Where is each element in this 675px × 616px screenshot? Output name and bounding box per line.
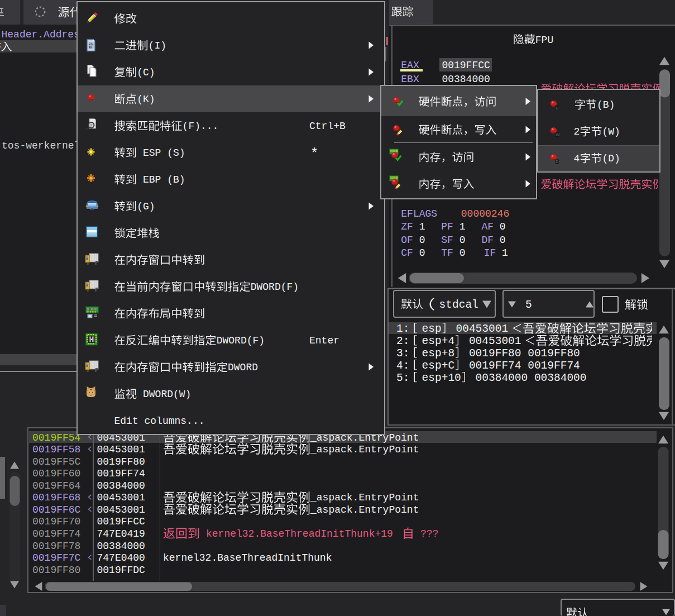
svg-text:2: 2 <box>574 126 580 137</box>
svg-text:ESP: ESP <box>143 147 161 159</box>
svg-text:747E0400: 747E0400 <box>97 552 145 564</box>
svg-text:DWORD(W): DWORD(W) <box>143 389 191 400</box>
svg-text:0019FF58: 0019FF58 <box>32 444 80 455</box>
svg-text:tos-werkernel: tos-werkernel <box>2 140 80 151</box>
svg-text:(C): (C) <box>137 67 155 78</box>
svg-text:0: 0 <box>500 221 506 232</box>
svg-text:0: 0 <box>459 247 466 259</box>
svg-text:00453001: 00453001 <box>97 444 145 455</box>
svg-text:1:: 1: <box>396 323 409 335</box>
svg-text:3:: 3: <box>396 347 409 360</box>
svg-text:EFLAGS: EFLAGS <box>401 208 437 219</box>
svg-text:Ctrl+B: Ctrl+B <box>309 121 346 132</box>
svg-text:(S): (S) <box>167 147 185 159</box>
svg-text:0019FFCC: 0019FFCC <box>442 60 490 71</box>
svg-text:0019FF78: 0019FF78 <box>32 541 80 552</box>
svg-text:0019FF68: 0019FF68 <box>32 492 80 503</box>
svg-text:0019FF5C: 0019FF5C <box>32 456 81 467</box>
svg-text:(B): (B) <box>167 174 185 185</box>
svg-text:_aspack.EntryPoint: _aspack.EntryPoint <box>310 444 419 455</box>
svg-text:4: 4 <box>574 153 580 164</box>
svg-text:0: 0 <box>419 235 425 246</box>
svg-text:???: ??? <box>420 528 438 539</box>
svg-text:0: 0 <box>419 247 425 259</box>
svg-text:_aspack.EntryPoint: _aspack.EntryPoint <box>310 492 419 503</box>
svg-text:0019FF64: 0019FF64 <box>32 480 80 491</box>
svg-text:esp: esp <box>422 323 442 335</box>
svg-text:(D): (D) <box>602 153 620 164</box>
svg-text:00453001: 00453001 <box>456 323 509 335</box>
svg-text:Edit columns...: Edit columns... <box>114 416 205 427</box>
svg-text:0019FF80: 0019FF80 <box>528 347 580 360</box>
svg-text:(W): (W) <box>602 126 620 137</box>
svg-text:0019FF7C: 0019FF7C <box>32 552 81 564</box>
svg-text:00384000: 00384000 <box>534 372 587 384</box>
svg-text:DWORD(F): DWORD(F) <box>251 281 299 293</box>
svg-text:0: 0 <box>459 235 466 246</box>
svg-text:0019FF54: 0019FF54 <box>32 432 80 443</box>
svg-text:IF: IF <box>484 247 496 259</box>
svg-text:PF: PF <box>441 221 453 232</box>
svg-text:OF: OF <box>401 235 413 246</box>
svg-text:1: 1 <box>459 221 466 232</box>
svg-text:esp+8: esp+8 <box>422 347 455 360</box>
svg-text:FPU: FPU <box>535 35 553 46</box>
svg-text:esp+10: esp+10 <box>422 372 461 384</box>
svg-text:kernel32.BaseThreadInitThunk: kernel32.BaseThreadInitThunk <box>163 552 332 564</box>
svg-text:5: 5 <box>525 299 532 311</box>
svg-text:_aspack.EntryPoint: _aspack.EntryPoint <box>310 432 419 443</box>
svg-text:00384000: 00384000 <box>476 372 528 384</box>
svg-text:0019FF74: 0019FF74 <box>32 528 80 539</box>
svg-text:*: * <box>310 146 318 161</box>
svg-text:CF: CF <box>401 247 413 259</box>
svg-text:EBX: EBX <box>401 74 419 85</box>
svg-text:DF: DF <box>481 235 494 246</box>
svg-text:EAX: EAX <box>401 60 419 71</box>
svg-text:esp+4: esp+4 <box>422 335 455 347</box>
svg-text:stdcal: stdcal <box>439 299 478 311</box>
svg-text:(B): (B) <box>597 99 615 111</box>
svg-text:AF: AF <box>481 221 494 232</box>
svg-text:(K): (K) <box>137 94 155 105</box>
svg-text:SF: SF <box>441 235 453 246</box>
svg-text:0019FF74: 0019FF74 <box>528 360 580 372</box>
svg-text:TF: TF <box>441 247 453 259</box>
svg-text:Header.Addres: Header.Addres <box>2 29 80 40</box>
svg-text:0: 0 <box>500 235 506 246</box>
svg-text:747E0419: 747E0419 <box>97 528 145 539</box>
svg-text:2:: 2: <box>396 335 409 347</box>
svg-text:DWORD(F): DWORD(F) <box>217 335 265 346</box>
svg-text:Enter: Enter <box>309 335 339 346</box>
svg-text:1: 1 <box>419 221 425 232</box>
svg-text:00453001: 00453001 <box>97 504 145 515</box>
svg-text:00453001: 00453001 <box>97 492 145 503</box>
svg-text:0019FF80: 0019FF80 <box>469 347 521 360</box>
svg-text:00453001: 00453001 <box>469 335 521 347</box>
svg-text:(I): (I) <box>149 40 166 51</box>
svg-text:_aspack.EntryPoint: _aspack.EntryPoint <box>310 504 419 515</box>
svg-text:(F)...: (F)... <box>183 121 219 132</box>
svg-text:0019FF6C: 0019FF6C <box>32 504 81 515</box>
svg-text:esp+C: esp+C <box>422 360 455 372</box>
svg-text:0019FF80: 0019FF80 <box>97 456 145 467</box>
svg-text:4:: 4: <box>396 360 409 372</box>
svg-text:DWORD: DWORD <box>228 362 258 373</box>
svg-text:kernel32.BaseThreadInitThunk+1: kernel32.BaseThreadInitThunk+19 <box>206 528 393 539</box>
svg-text:00453001: 00453001 <box>97 432 145 443</box>
svg-text:1: 1 <box>502 247 508 259</box>
svg-text:0019FFDC: 0019FFDC <box>97 565 146 576</box>
svg-text:0019FF70: 0019FF70 <box>32 516 80 527</box>
svg-text:00384000: 00384000 <box>442 74 490 85</box>
svg-text:0019FFCC: 0019FFCC <box>97 516 146 527</box>
svg-text:0019FF74: 0019FF74 <box>97 468 145 479</box>
svg-text:(G): (G) <box>137 201 155 212</box>
svg-text:0019FF74: 0019FF74 <box>469 360 521 372</box>
svg-text:5:: 5: <box>396 372 409 384</box>
svg-text:0019FF60: 0019FF60 <box>32 468 80 479</box>
svg-text:EBP: EBP <box>143 174 161 185</box>
svg-text:00384000: 00384000 <box>97 541 145 552</box>
svg-text:0019FF80: 0019FF80 <box>32 565 80 576</box>
svg-text:00000246: 00000246 <box>461 208 509 219</box>
svg-text:ZF: ZF <box>401 221 413 232</box>
svg-text:00384000: 00384000 <box>97 480 145 491</box>
